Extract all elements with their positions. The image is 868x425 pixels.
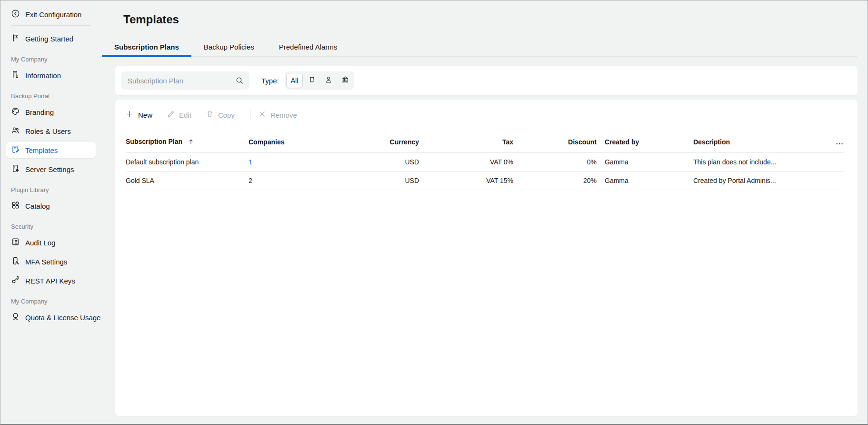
- sidebar-item-label: Roles & Users: [25, 127, 71, 135]
- table-header-row: Subscription Plan Companies Currency Tax…: [126, 130, 844, 153]
- tab-label: Predefined Alarms: [279, 43, 338, 51]
- sidebar-item-rest-api-keys[interactable]: REST API Keys: [6, 273, 96, 289]
- sidebar-item-server-settings[interactable]: Server Settings: [6, 161, 96, 177]
- sidebar-item-catalog[interactable]: Catalog: [6, 198, 96, 214]
- column-header-created-by[interactable]: Created by: [597, 130, 693, 153]
- remove-button[interactable]: Remove: [258, 110, 297, 120]
- sidebar-divider: [11, 25, 91, 26]
- sidebar-section-my-company-2: My Company: [11, 298, 91, 305]
- new-button-label: New: [138, 111, 152, 119]
- copy-button-label: Copy: [218, 111, 235, 119]
- column-header-subscription-plan[interactable]: Subscription Plan: [126, 130, 249, 153]
- cell-plan: Default subscription plan: [126, 153, 249, 172]
- type-filter-label: Type:: [261, 77, 279, 85]
- column-header-companies[interactable]: Companies: [249, 130, 339, 153]
- companies-count-link[interactable]: 1: [249, 158, 252, 166]
- cell-actions: [822, 172, 844, 190]
- column-label: Discount: [568, 138, 597, 146]
- table-row[interactable]: Default subscription plan 1 USD VAT 0% 0…: [126, 153, 844, 172]
- sidebar-item-getting-started[interactable]: Getting Started: [6, 30, 96, 47]
- cell-created-by: Gamma: [597, 172, 693, 190]
- cell-currency: USD: [339, 153, 419, 172]
- column-options-button[interactable]: ...: [822, 130, 844, 153]
- template-pencil-icon: [11, 145, 20, 155]
- column-label: Currency: [390, 138, 419, 146]
- users-icon: [11, 126, 20, 136]
- cell-plan: Gold SLA: [126, 172, 249, 190]
- sidebar-item-label: Server Settings: [25, 165, 74, 173]
- mfa-phone-key-icon: [11, 256, 20, 267]
- sidebar-section-my-company: My Company: [11, 56, 91, 63]
- building-icon: [11, 70, 20, 81]
- type-filter-scroll[interactable]: [304, 73, 319, 88]
- x-icon: [258, 110, 266, 120]
- bank-type-icon: [341, 75, 349, 86]
- column-label: Tax: [502, 138, 513, 146]
- table-row[interactable]: Gold SLA 2 USD VAT 15% 20% Gamma Created…: [126, 172, 844, 190]
- sidebar: Exit Configuration Getting Started My Co…: [0, 0, 100, 424]
- sidebar-item-exit-configuration[interactable]: Exit Configuration: [6, 6, 96, 22]
- cell-description: This plan does not include...: [693, 153, 822, 172]
- sidebar-item-label: Templates: [25, 146, 58, 154]
- type-filter-bank[interactable]: [337, 73, 353, 88]
- cell-created-by: Gamma: [597, 153, 693, 172]
- audit-list-icon: [11, 237, 20, 248]
- cell-companies: 2: [249, 172, 339, 190]
- cell-description: Created by Portal Adminis...: [693, 172, 822, 190]
- catalog-grid-icon: [11, 201, 20, 211]
- type-filter-all[interactable]: All: [286, 73, 303, 88]
- cell-actions: [822, 153, 844, 172]
- tab-subscription-plans[interactable]: Subscription Plans: [102, 34, 191, 56]
- sidebar-item-quota-license-usage[interactable]: Quota & License Usage: [6, 309, 96, 325]
- toolbar-divider: [250, 110, 250, 120]
- sidebar-section-security: Security: [11, 223, 91, 230]
- column-header-currency[interactable]: Currency: [339, 130, 419, 153]
- sidebar-item-branding[interactable]: Branding: [6, 104, 96, 120]
- edit-button-label: Edit: [179, 111, 191, 119]
- sidebar-item-templates[interactable]: Templates: [6, 142, 96, 158]
- sidebar-item-label: REST API Keys: [25, 277, 75, 285]
- column-header-tax[interactable]: Tax: [419, 130, 513, 153]
- copy-button[interactable]: Copy: [206, 110, 235, 120]
- sidebar-item-label: MFA Settings: [25, 258, 67, 266]
- new-button[interactable]: New: [126, 110, 152, 120]
- subscription-plans-panel: New Edit Copy Remove: [115, 100, 858, 416]
- tab-bar: Subscription Plans Backup Policies Prede…: [100, 34, 858, 57]
- plus-icon: [126, 110, 134, 120]
- cell-tax: VAT 15%: [419, 172, 513, 190]
- search-input[interactable]: [121, 71, 249, 90]
- active-tab-underline: [102, 55, 191, 57]
- sidebar-item-information[interactable]: Information: [6, 67, 96, 83]
- sidebar-item-label: Exit Configuration: [25, 10, 81, 19]
- flag-icon: [11, 33, 20, 44]
- copy-scroll-icon: [206, 110, 214, 120]
- column-label: Subscription Plan: [126, 138, 182, 145]
- type-filter-person[interactable]: [320, 73, 336, 88]
- sort-ascending-icon[interactable]: [188, 138, 194, 146]
- server-gear-icon: [11, 164, 20, 174]
- search-box: [121, 71, 249, 90]
- sidebar-item-roles-users[interactable]: Roles & Users: [6, 123, 96, 139]
- sidebar-item-mfa-settings[interactable]: MFA Settings: [6, 253, 96, 270]
- column-label: Description: [693, 138, 730, 146]
- cell-discount: 0%: [513, 153, 597, 172]
- search-icon[interactable]: [235, 76, 244, 85]
- sidebar-item-audit-log[interactable]: Audit Log: [6, 234, 96, 251]
- main-content: Templates Subscription Plans Backup Poli…: [100, 0, 868, 424]
- page-title: Templates: [123, 13, 858, 26]
- back-circle-icon: [11, 9, 20, 20]
- cell-currency: USD: [339, 172, 419, 190]
- tab-label: Backup Policies: [204, 43, 254, 51]
- tab-predefined-alarms[interactable]: Predefined Alarms: [267, 34, 350, 56]
- toolbar: New Edit Copy Remove: [126, 100, 844, 130]
- sidebar-item-label: Catalog: [25, 202, 50, 210]
- palette-icon: [11, 107, 20, 117]
- cell-discount: 20%: [513, 172, 597, 190]
- type-filter-group: All: [285, 71, 355, 90]
- column-header-discount[interactable]: Discount: [513, 130, 597, 153]
- edit-button[interactable]: Edit: [167, 110, 191, 120]
- column-header-description[interactable]: Description: [693, 130, 822, 153]
- tab-backup-policies[interactable]: Backup Policies: [191, 34, 267, 56]
- ribbon-icon: [11, 312, 20, 323]
- filter-panel: Type: All: [115, 66, 858, 95]
